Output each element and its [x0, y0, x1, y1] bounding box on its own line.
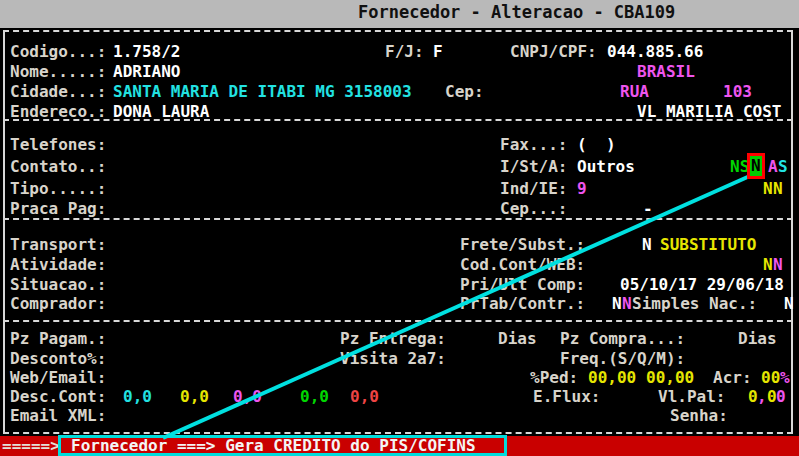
acr-label: Acr:: [713, 368, 752, 388]
codcont-n2-field[interactable]: N: [773, 255, 783, 275]
vlpal-char-4[interactable]: 0: [776, 387, 786, 407]
eflux-label: E.Flux:: [533, 387, 600, 407]
prtab-n1-field[interactable]: N: [612, 294, 622, 314]
row-cidade: Cidade...: SANTA MARIA DE ITABI MG 31580…: [5, 82, 791, 102]
simples-label: Simples Nac.:: [632, 294, 757, 314]
frete-label: Frete/Subst.:: [460, 235, 585, 255]
nome-label: Nome.....:: [10, 62, 106, 82]
telefones-label: Telefones:: [10, 135, 106, 155]
desconto-label: Desconto%:: [10, 349, 106, 369]
prtab-n2-field[interactable]: N: [622, 294, 632, 314]
row-pzpagam: Pz Pagam.: Pz Entrega: Dias Pz Compra...…: [5, 329, 791, 349]
flag-n1-field[interactable]: N: [763, 179, 773, 199]
vlpal-char-2[interactable]: ,: [757, 387, 767, 407]
dias1-label: Dias: [498, 329, 537, 349]
comprador-label: Comprador:: [10, 294, 106, 314]
row-tipo: Tipo.....: Ind/IE: 9 N N: [5, 179, 791, 199]
praca-label: Praca Pag:: [10, 199, 106, 219]
flag-a-field[interactable]: A: [768, 157, 778, 177]
pais-field[interactable]: BRASIL: [637, 62, 695, 82]
frete-subst-field[interactable]: SUBSTITUTO: [660, 235, 756, 255]
row-emailxml: Email XML: Senha:: [5, 406, 791, 426]
nome-field[interactable]: ADRIANO: [113, 62, 180, 82]
annotation-box: Fornecedor ===> Gera CREDITO do PIS/COFI…: [58, 435, 507, 456]
row-desconto: Desconto%: Visita 2a7: Freq.(S/Q/M):: [5, 349, 791, 369]
transport-label: Transport:: [10, 235, 106, 255]
desccont-field-1[interactable]: 0,0: [123, 387, 152, 407]
codcont-label: Cod.Cont/WEB:: [460, 255, 585, 275]
flag-s-field[interactable]: S: [778, 157, 788, 177]
fax-field[interactable]: ( ): [577, 135, 616, 155]
codcont-n1-field[interactable]: N: [763, 255, 773, 275]
cnpj-field[interactable]: 044.885.66: [607, 42, 703, 62]
cnpj-label: CNPJ/CPF:: [510, 42, 597, 62]
row-atividade: Atividade: Cod.Cont/WEB: N N: [5, 255, 791, 275]
desccont-field-5[interactable]: 0,0: [350, 387, 379, 407]
priult-field[interactable]: 05/10/17 29/06/18: [620, 275, 784, 295]
webemail-label: Web/Email:: [10, 368, 106, 388]
highlighted-flag[interactable]: N: [747, 153, 765, 179]
pzentrega-label: Pz Entrega:: [340, 329, 446, 349]
cidade-label: Cidade...:: [10, 82, 106, 102]
priult-label: Pri/Ult Comp:: [460, 275, 585, 295]
fj-field[interactable]: F: [433, 42, 443, 62]
tipo-label: Tipo.....:: [10, 179, 106, 199]
codigo-field[interactable]: 1.758/2: [113, 42, 180, 62]
status-message: Fornecedor ===> Gera CREDITO do PIS/COFI…: [71, 437, 476, 455]
emailxml-label: Email XML:: [10, 406, 106, 426]
senha-label: Senha:: [670, 406, 728, 426]
desccont-label: Desc.Cont:: [10, 387, 106, 407]
row-codigo: Codigo...: 1.758/2 F/J: F CNPJ/CPF: 044.…: [5, 42, 791, 62]
freq-label: Freq.(S/Q/M):: [560, 349, 685, 369]
cep2-field[interactable]: -: [643, 199, 653, 219]
row-comprador: Comprador: PrTab/Contr.: N N Simples Nac…: [5, 294, 791, 314]
row-contato: Contato..: I/St/A: Outros NS N A S: [5, 157, 791, 177]
pzpagam-label: Pz Pagam.:: [10, 329, 106, 349]
fax-label: Fax...:: [500, 135, 567, 155]
vlpal-label: Vl.Pal:: [658, 387, 725, 407]
situacao-label: Situacao.:: [10, 275, 106, 295]
desccont-field-4[interactable]: 0,0: [300, 387, 329, 407]
row-webemail: Web/Email: %Ped: 00,00 00,00 Acr: 00 %: [5, 368, 791, 388]
ped1-field[interactable]: 00,00: [588, 368, 636, 388]
indie-label: Ind/IE:: [500, 179, 567, 199]
terminal-screen: Fornecedor - Alteracao - CBA109 Codigo..…: [0, 0, 799, 456]
cep-label: Cep:: [445, 82, 484, 102]
fj-label: F/J:: [385, 42, 424, 62]
row-praca: Praca Pag: Cep...: -: [5, 199, 791, 219]
prtab-label: PrTab/Contr.:: [460, 294, 585, 314]
row-nome: Nome.....: ADRIANO BRASIL: [5, 62, 791, 82]
ista-label: I/St/A:: [500, 157, 567, 177]
dias2-label: Dias: [738, 329, 777, 349]
ista-field[interactable]: Outros: [577, 157, 635, 177]
status-prompt: =====>: [2, 436, 60, 456]
row-telefones: Telefones: Fax...: ( ): [5, 135, 791, 155]
numero-field[interactable]: 103: [723, 82, 752, 102]
flag-n2-field[interactable]: N: [773, 179, 783, 199]
logradouro-field[interactable]: RUA: [620, 82, 649, 102]
acr-field[interactable]: 00: [761, 368, 780, 388]
title-bar: Fornecedor - Alteracao - CBA109: [0, 0, 799, 28]
row-situacao: Situacao.: Pri/Ult Comp: 05/10/17 29/06/…: [5, 275, 791, 295]
section-divider: [3, 119, 793, 121]
visita-label: Visita 2a7:: [340, 349, 446, 369]
row-transport: Transport: Frete/Subst.: N SUBSTITUTO: [5, 235, 791, 255]
codigo-label: Codigo...:: [10, 42, 106, 62]
section-divider: [3, 218, 793, 220]
cidade-field[interactable]: SANTA MARIA DE ITABI MG 3158003: [113, 82, 412, 102]
section-divider: [3, 320, 793, 322]
atividade-label: Atividade:: [10, 255, 106, 275]
pzcompra-label: Pz Compra...:: [560, 329, 685, 349]
ped-label: %Ped:: [530, 368, 578, 388]
ped2-field[interactable]: 00,00: [646, 368, 694, 388]
frete-n-field[interactable]: N: [642, 235, 652, 255]
indie-field[interactable]: 9: [577, 179, 587, 199]
cep2-label: Cep...:: [500, 199, 567, 219]
simples-field[interactable]: N: [784, 294, 794, 314]
form-area: Codigo...: 1.758/2 F/J: F CNPJ/CPF: 044.…: [3, 30, 793, 434]
window-title: Fornecedor - Alteracao - CBA109: [358, 2, 675, 22]
desccont-field-3[interactable]: 0,0: [233, 387, 262, 407]
contato-label: Contato..:: [10, 157, 106, 177]
desccont-field-2[interactable]: 0,0: [180, 387, 209, 407]
status-bar: =====> Fornecedor ===> Gera CREDITO do P…: [0, 436, 799, 456]
